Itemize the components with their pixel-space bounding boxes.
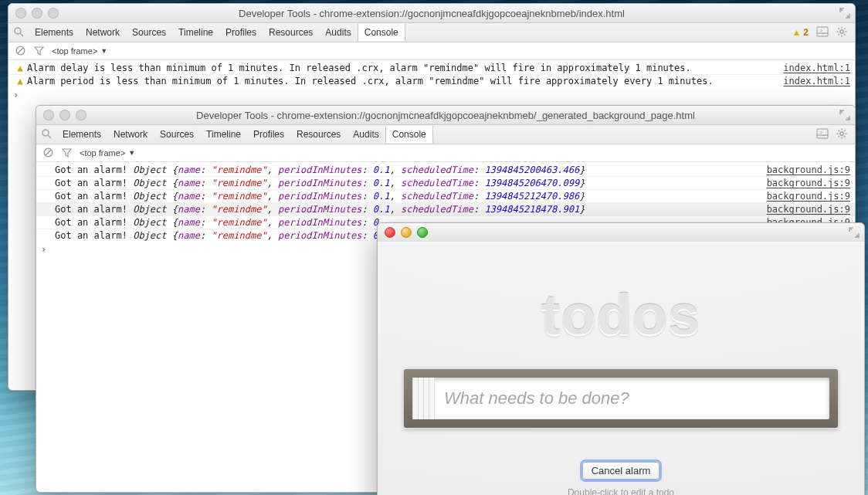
frame-selector[interactable]: <top frame> ▼: [52, 46, 107, 56]
chevron-down-icon: ▼: [128, 149, 135, 157]
zoom-window-button[interactable]: [417, 227, 428, 238]
console-log-row: Got an alarm! Object {name: "remindme", …: [36, 164, 855, 176]
close-window-button[interactable]: [43, 110, 54, 120]
tab-profiles[interactable]: Profiles: [247, 126, 290, 143]
svg-line-15: [18, 48, 23, 53]
fullscreen-icon[interactable]: [839, 110, 850, 120]
window-controls: [36, 110, 86, 120]
svg-line-13: [839, 34, 840, 36]
tab-timeline[interactable]: Timeline: [172, 24, 219, 41]
svg-point-21: [840, 131, 843, 134]
tab-network[interactable]: Network: [80, 24, 126, 41]
log-message: Alarm delay is less than minimum of 1 mi…: [27, 62, 777, 74]
tab-sources[interactable]: Sources: [154, 126, 200, 143]
tab-network[interactable]: Network: [107, 126, 154, 143]
tab-elements[interactable]: Elements: [56, 126, 107, 143]
window-controls: [8, 8, 59, 19]
cancel-alarm-button[interactable]: Cancel alarm: [582, 462, 660, 480]
warning-icon: ▲: [792, 27, 801, 38]
tab-audits[interactable]: Audits: [347, 126, 385, 143]
log-source-link[interactable]: index.html:1: [783, 62, 850, 74]
titlebar[interactable]: Developer Tools - chrome-extension://goc…: [8, 4, 855, 23]
tab-profiles[interactable]: Profiles: [219, 24, 263, 41]
console-output[interactable]: ▲Alarm delay is less than minimum of 1 m…: [8, 60, 855, 106]
console-log-row: ▲Alarm period is less than minimum of 1 …: [8, 74, 855, 87]
filter-icon[interactable]: [61, 147, 72, 159]
svg-point-0: [15, 28, 21, 34]
minimize-window-button[interactable]: [401, 227, 412, 238]
zoom-window-button[interactable]: [48, 8, 59, 19]
svg-point-16: [42, 130, 49, 136]
filter-icon[interactable]: [33, 46, 44, 57]
new-todo-input-wrapper: [412, 378, 829, 419]
inspect-icon[interactable]: [12, 26, 25, 39]
settings-icon[interactable]: [836, 128, 847, 141]
close-window-button[interactable]: [15, 8, 26, 19]
svg-line-31: [46, 150, 51, 155]
clear-console-icon[interactable]: [42, 147, 53, 159]
tab-console[interactable]: Console: [385, 126, 433, 143]
log-source-link[interactable]: background.js:9: [767, 190, 850, 202]
devtools-tabbar: ElementsNetworkSourcesTimelineProfilesRe…: [8, 23, 855, 42]
new-todo-input[interactable]: [435, 378, 829, 419]
new-todo-panel: [404, 369, 838, 428]
zoom-window-button[interactable]: [76, 110, 86, 120]
svg-line-26: [839, 130, 840, 131]
todos-body: todos Cancel alarm Double-click to edit …: [378, 242, 864, 495]
inspect-icon[interactable]: [39, 128, 53, 141]
minimize-window-button[interactable]: [59, 110, 70, 120]
svg-text:>_: >_: [819, 28, 826, 34]
tab-audits[interactable]: Audits: [319, 24, 357, 41]
prompt-caret-icon: ›: [41, 244, 46, 255]
chevron-down-icon: ▼: [100, 47, 107, 55]
svg-line-17: [48, 135, 51, 138]
frame-selector-label: <top frame>: [80, 148, 125, 158]
tab-resources[interactable]: Resources: [290, 126, 347, 143]
tab-sources[interactable]: Sources: [126, 24, 172, 41]
console-log-row: Got an alarm! Object {name: "remindme", …: [36, 202, 855, 215]
devtools-tabbar: ElementsNetworkSourcesTimelineProfilesRe…: [36, 125, 855, 144]
svg-line-10: [839, 28, 840, 29]
log-source-link[interactable]: index.html:1: [783, 75, 850, 87]
tab-elements[interactable]: Elements: [29, 24, 80, 41]
minimize-window-button[interactable]: [32, 8, 42, 19]
console-prompt[interactable]: ›: [8, 87, 855, 103]
prompt-caret-icon: ›: [13, 90, 19, 100]
log-source-link[interactable]: background.js:9: [767, 177, 850, 189]
settings-icon[interactable]: [836, 26, 847, 39]
console-log-row: ▲Alarm delay is less than minimum of 1 m…: [8, 62, 855, 74]
log-message: Alarm period is less than minimum of 1 m…: [27, 75, 777, 87]
console-log-row: Got an alarm! Object {name: "remindme", …: [36, 176, 855, 189]
toggle-drawer-icon[interactable]: >_: [816, 26, 829, 39]
window-controls: [378, 227, 428, 238]
titlebar[interactable]: Developer Tools - chrome-extension://goc…: [36, 106, 855, 125]
warning-icon: ▲: [13, 62, 27, 74]
tab-console[interactable]: Console: [358, 24, 405, 41]
svg-line-28: [844, 130, 846, 131]
tab-resources[interactable]: Resources: [263, 24, 319, 41]
svg-line-29: [839, 136, 840, 137]
devtools-tabs: ElementsNetworkSourcesTimelineProfilesRe…: [29, 24, 405, 41]
svg-point-5: [840, 29, 843, 32]
clear-console-icon[interactable]: [15, 46, 25, 57]
window-title: Developer Tools - chrome-extension://goc…: [36, 110, 855, 121]
console-log-row: Got an alarm! Object {name: "remindme", …: [36, 189, 855, 202]
log-message: Got an alarm! Object {name: "remindme", …: [55, 203, 761, 215]
log-message: Got an alarm! Object {name: "remindme", …: [55, 177, 761, 189]
app-heading: todos: [541, 282, 700, 348]
warning-count: 2: [803, 27, 809, 38]
frame-selector-label: <top frame>: [52, 46, 97, 56]
titlebar[interactable]: [378, 223, 864, 242]
log-source-link[interactable]: background.js:9: [767, 203, 850, 215]
fullscreen-icon[interactable]: [849, 227, 860, 238]
frame-selector[interactable]: <top frame> ▼: [80, 148, 135, 158]
fullscreen-icon[interactable]: [839, 8, 850, 19]
console-toolbar: <top frame> ▼: [36, 144, 855, 162]
toggle-drawer-icon[interactable]: >_: [816, 128, 829, 141]
log-source-link[interactable]: background.js:9: [767, 164, 850, 176]
tab-timeline[interactable]: Timeline: [200, 126, 247, 143]
svg-text:>_: >_: [819, 130, 826, 136]
close-window-button[interactable]: [385, 227, 395, 238]
warning-count-badge[interactable]: ▲ 2: [792, 27, 809, 38]
log-message: Got an alarm! Object {name: "remindme", …: [55, 190, 761, 202]
